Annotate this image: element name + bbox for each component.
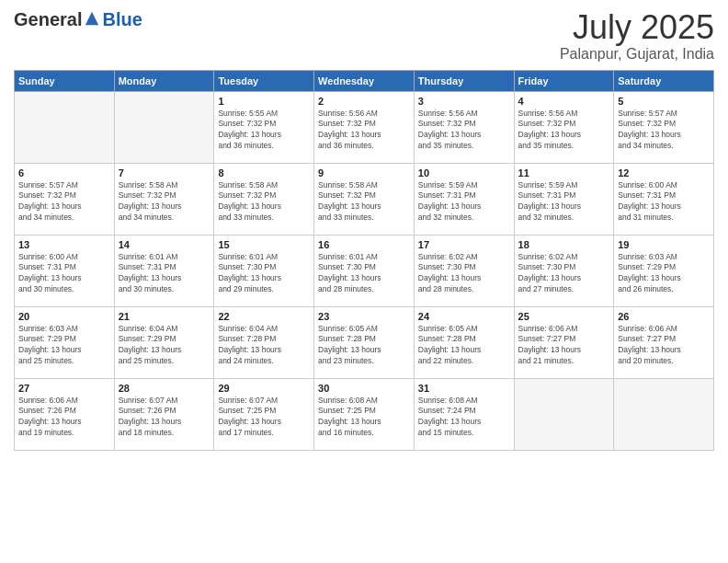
day-detail: Sunrise: 6:02 AM Sunset: 7:30 PM Dayligh… [518, 252, 610, 296]
calendar-cell: 10Sunrise: 5:59 AM Sunset: 7:31 PM Dayli… [414, 163, 514, 235]
day-number: 4 [518, 96, 610, 107]
week-row-4: 20Sunrise: 6:03 AM Sunset: 7:29 PM Dayli… [15, 306, 714, 378]
calendar-cell: 4Sunrise: 5:56 AM Sunset: 7:32 PM Daylig… [514, 91, 614, 163]
day-number: 24 [418, 311, 510, 322]
day-number: 11 [518, 167, 610, 178]
day-number: 14 [119, 239, 210, 250]
calendar-cell: 2Sunrise: 5:56 AM Sunset: 7:32 PM Daylig… [314, 91, 415, 163]
weekday-header-tuesday: Tuesday [214, 70, 314, 91]
weekday-header-saturday: Saturday [614, 70, 714, 91]
calendar-location: Palanpur, Gujarat, India [560, 46, 714, 63]
day-number: 9 [318, 167, 410, 178]
day-detail: Sunrise: 5:56 AM Sunset: 7:32 PM Dayligh… [318, 109, 410, 153]
calendar-cell: 15Sunrise: 6:01 AM Sunset: 7:30 PM Dayli… [214, 235, 314, 306]
day-detail: Sunrise: 6:04 AM Sunset: 7:28 PM Dayligh… [218, 324, 310, 368]
day-detail: Sunrise: 6:00 AM Sunset: 7:31 PM Dayligh… [618, 180, 710, 224]
logo-icon [84, 10, 100, 27]
day-number: 16 [318, 239, 410, 250]
day-detail: Sunrise: 5:57 AM Sunset: 7:32 PM Dayligh… [18, 180, 110, 224]
day-number: 13 [18, 239, 110, 250]
calendar-cell: 13Sunrise: 6:00 AM Sunset: 7:31 PM Dayli… [15, 235, 115, 306]
week-row-1: 1Sunrise: 5:55 AM Sunset: 7:32 PM Daylig… [15, 91, 714, 163]
logo-general-text: General [14, 9, 82, 30]
day-detail: Sunrise: 5:56 AM Sunset: 7:32 PM Dayligh… [418, 109, 510, 153]
day-detail: Sunrise: 6:04 AM Sunset: 7:29 PM Dayligh… [119, 324, 210, 368]
calendar-cell: 25Sunrise: 6:06 AM Sunset: 7:27 PM Dayli… [514, 306, 614, 378]
weekday-header-friday: Friday [514, 70, 614, 91]
calendar-cell: 30Sunrise: 6:08 AM Sunset: 7:25 PM Dayli… [314, 378, 415, 450]
calendar-cell: 12Sunrise: 6:00 AM Sunset: 7:31 PM Dayli… [614, 163, 714, 235]
calendar-cell: 31Sunrise: 6:08 AM Sunset: 7:24 PM Dayli… [414, 378, 514, 450]
calendar-cell: 23Sunrise: 6:05 AM Sunset: 7:28 PM Dayli… [314, 306, 415, 378]
calendar-table: SundayMondayTuesdayWednesdayThursdayFrid… [14, 70, 714, 451]
day-detail: Sunrise: 6:03 AM Sunset: 7:29 PM Dayligh… [18, 324, 110, 368]
calendar-cell: 26Sunrise: 6:06 AM Sunset: 7:27 PM Dayli… [614, 306, 714, 378]
day-detail: Sunrise: 6:01 AM Sunset: 7:30 PM Dayligh… [318, 252, 410, 296]
calendar-cell [15, 91, 115, 163]
calendar-cell: 17Sunrise: 6:02 AM Sunset: 7:30 PM Dayli… [414, 235, 514, 306]
day-number: 15 [218, 239, 310, 250]
week-row-5: 27Sunrise: 6:06 AM Sunset: 7:26 PM Dayli… [15, 378, 714, 450]
day-detail: Sunrise: 5:59 AM Sunset: 7:31 PM Dayligh… [518, 180, 610, 224]
calendar-cell: 20Sunrise: 6:03 AM Sunset: 7:29 PM Dayli… [15, 306, 115, 378]
day-number: 5 [618, 96, 710, 107]
day-detail: Sunrise: 6:07 AM Sunset: 7:26 PM Dayligh… [119, 396, 210, 440]
calendar-cell: 29Sunrise: 6:07 AM Sunset: 7:25 PM Dayli… [214, 378, 314, 450]
day-detail: Sunrise: 6:03 AM Sunset: 7:29 PM Dayligh… [618, 252, 710, 296]
day-detail: Sunrise: 5:57 AM Sunset: 7:32 PM Dayligh… [618, 109, 710, 153]
day-number: 6 [18, 167, 110, 178]
calendar-cell: 6Sunrise: 5:57 AM Sunset: 7:32 PM Daylig… [15, 163, 115, 235]
day-number: 22 [218, 311, 310, 322]
day-number: 8 [218, 167, 310, 178]
calendar-cell: 19Sunrise: 6:03 AM Sunset: 7:29 PM Dayli… [614, 235, 714, 306]
calendar-cell [614, 378, 714, 450]
calendar-cell [114, 91, 214, 163]
day-number: 30 [318, 383, 410, 394]
calendar-cell: 3Sunrise: 5:56 AM Sunset: 7:32 PM Daylig… [414, 91, 514, 163]
day-detail: Sunrise: 5:58 AM Sunset: 7:32 PM Dayligh… [218, 180, 310, 224]
day-detail: Sunrise: 6:00 AM Sunset: 7:31 PM Dayligh… [18, 252, 110, 296]
day-number: 12 [618, 167, 710, 178]
weekday-header-wednesday: Wednesday [314, 70, 415, 91]
logo: General Blue [14, 9, 142, 30]
weekday-header-sunday: Sunday [15, 70, 115, 91]
week-row-2: 6Sunrise: 5:57 AM Sunset: 7:32 PM Daylig… [15, 163, 714, 235]
weekday-header-row: SundayMondayTuesdayWednesdayThursdayFrid… [15, 70, 714, 91]
calendar-cell: 5Sunrise: 5:57 AM Sunset: 7:32 PM Daylig… [614, 91, 714, 163]
calendar-cell: 21Sunrise: 6:04 AM Sunset: 7:29 PM Dayli… [114, 306, 214, 378]
day-number: 29 [218, 383, 310, 394]
logo-blue-text: Blue [102, 9, 142, 30]
day-number: 31 [418, 383, 510, 394]
day-number: 19 [618, 239, 710, 250]
calendar-cell: 16Sunrise: 6:01 AM Sunset: 7:30 PM Dayli… [314, 235, 415, 306]
day-detail: Sunrise: 6:08 AM Sunset: 7:25 PM Dayligh… [318, 396, 410, 440]
calendar-title: July 2025 [560, 9, 714, 46]
svg-marker-0 [85, 11, 98, 24]
day-number: 21 [119, 311, 210, 322]
day-number: 3 [418, 96, 510, 107]
calendar-cell: 14Sunrise: 6:01 AM Sunset: 7:31 PM Dayli… [114, 235, 214, 306]
calendar-cell: 7Sunrise: 5:58 AM Sunset: 7:32 PM Daylig… [114, 163, 214, 235]
day-detail: Sunrise: 5:55 AM Sunset: 7:32 PM Dayligh… [218, 109, 310, 153]
day-detail: Sunrise: 6:06 AM Sunset: 7:27 PM Dayligh… [618, 324, 710, 368]
day-number: 27 [18, 383, 110, 394]
day-number: 23 [318, 311, 410, 322]
day-detail: Sunrise: 5:56 AM Sunset: 7:32 PM Dayligh… [518, 109, 610, 153]
day-detail: Sunrise: 6:05 AM Sunset: 7:28 PM Dayligh… [318, 324, 410, 368]
day-number: 10 [418, 167, 510, 178]
calendar-cell [514, 378, 614, 450]
weekday-header-thursday: Thursday [414, 70, 514, 91]
calendar-cell: 9Sunrise: 5:58 AM Sunset: 7:32 PM Daylig… [314, 163, 415, 235]
day-number: 1 [218, 96, 310, 107]
day-detail: Sunrise: 6:01 AM Sunset: 7:30 PM Dayligh… [218, 252, 310, 296]
day-detail: Sunrise: 6:07 AM Sunset: 7:25 PM Dayligh… [218, 396, 310, 440]
calendar-cell: 28Sunrise: 6:07 AM Sunset: 7:26 PM Dayli… [114, 378, 214, 450]
calendar-cell: 11Sunrise: 5:59 AM Sunset: 7:31 PM Dayli… [514, 163, 614, 235]
page-container: General Blue July 2025 Palanpur, Gujarat… [0, 0, 728, 460]
day-detail: Sunrise: 5:59 AM Sunset: 7:31 PM Dayligh… [418, 180, 510, 224]
calendar-cell: 22Sunrise: 6:04 AM Sunset: 7:28 PM Dayli… [214, 306, 314, 378]
day-detail: Sunrise: 6:02 AM Sunset: 7:30 PM Dayligh… [418, 252, 510, 296]
calendar-cell: 8Sunrise: 5:58 AM Sunset: 7:32 PM Daylig… [214, 163, 314, 235]
weekday-header-monday: Monday [114, 70, 214, 91]
day-detail: Sunrise: 6:06 AM Sunset: 7:26 PM Dayligh… [18, 396, 110, 440]
